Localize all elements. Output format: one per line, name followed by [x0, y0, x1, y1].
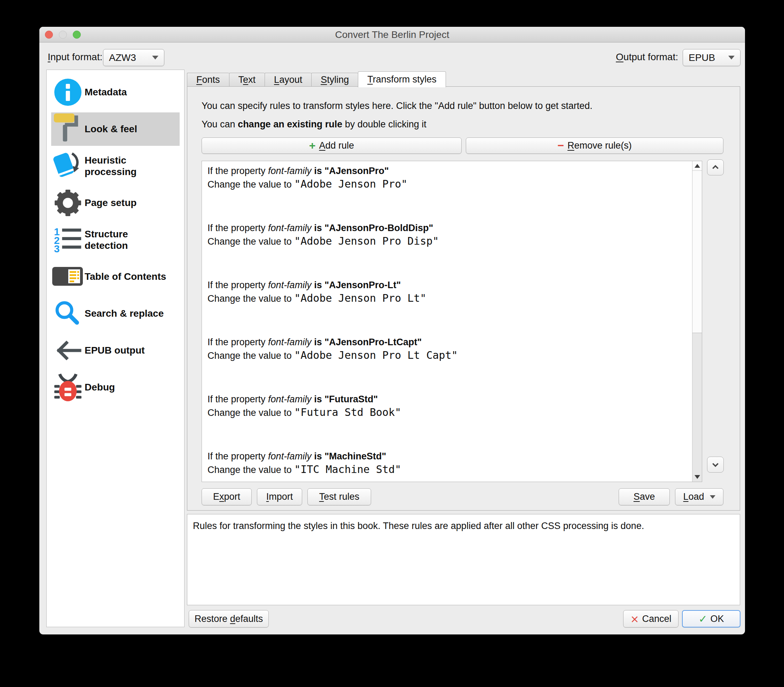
input-format-label: Input format:	[48, 51, 102, 62]
rule-condition: If the property font-family is "AJensonP…	[208, 166, 686, 176]
test-rules-button[interactable]: Test rules	[307, 488, 371, 505]
add-rule-button[interactable]: + Add rule	[202, 138, 462, 154]
sidebar-item-label: Search & replace	[85, 307, 169, 319]
gear-icon	[51, 189, 85, 217]
close-button[interactable]	[45, 31, 53, 39]
input-format-select[interactable]: AZW3	[103, 49, 164, 66]
rule-action: Change the value to "Adobe Jenson Pro Lt…	[208, 292, 686, 304]
rule-item[interactable]: If the property font-family is "FuturaSt…	[202, 390, 702, 447]
sidebar-item-epub-output[interactable]: EPUB output	[51, 334, 180, 367]
rules-scrollbar[interactable]	[692, 161, 702, 482]
convert-dialog-window: Convert The Berlin Project Input format:…	[40, 27, 745, 634]
sidebar-item-metadata[interactable]: Metadata	[51, 76, 180, 109]
sidebar-item-label: Page setup	[85, 197, 169, 209]
rule-action: Change the value to "Adobe Jenson Pro Di…	[208, 235, 686, 247]
svg-text:3: 3	[54, 243, 59, 253]
bug-icon	[51, 372, 85, 403]
sidebar-item-search-replace[interactable]: Search & replace	[51, 297, 180, 330]
sidebar-item-label: Metadata	[85, 86, 169, 98]
tab-text[interactable]: Text	[229, 73, 265, 87]
paint-roller-icon	[51, 113, 85, 145]
chevron-down-icon	[152, 56, 158, 59]
chevron-down-icon	[710, 495, 715, 499]
output-format-label: Output format:	[616, 51, 678, 62]
sidebar-item-page-setup[interactable]: Page setup	[51, 186, 180, 220]
sidebar-item-label: Table of Contents	[85, 271, 169, 282]
instruction-line-1: You can specify rules to transform style…	[202, 100, 593, 111]
tab-styling[interactable]: Styling	[311, 73, 358, 87]
move-rule-down-button[interactable]	[707, 457, 724, 473]
rule-item[interactable]: If the property font-family is "AJensonP…	[202, 332, 702, 390]
rule-action: Change the value to "ITC Machine Std"	[208, 463, 686, 475]
rule-condition: If the property font-family is "FuturaSt…	[208, 394, 686, 405]
plus-icon: +	[309, 139, 316, 152]
triangle-down-icon	[695, 475, 700, 479]
rule-condition: If the property font-family is "AJensonP…	[208, 337, 686, 348]
rule-condition: If the property font-family is "AJensonP…	[208, 223, 686, 233]
rule-item[interactable]: If the property font-family is "AJensonP…	[202, 218, 702, 275]
numbered-list-icon: 123	[51, 226, 85, 253]
x-icon: ×	[630, 613, 639, 625]
scrollbar-thumb[interactable]	[692, 171, 702, 333]
rule-item[interactable]: If the property font-family is "AJensonP…	[202, 161, 702, 218]
sidebar-item-structure-detection[interactable]: 123 Structure detection	[51, 223, 180, 256]
section-description: Rules for transforming the styles in thi…	[187, 514, 740, 605]
tab-transform-styles[interactable]: Transform styles	[358, 71, 446, 87]
sidebar-item-label: Structure detection	[85, 228, 169, 251]
load-button[interactable]: Load	[675, 488, 723, 505]
sidebar-item-heuristic-processing[interactable]: Heuristic processing	[51, 149, 180, 183]
checkmark-icon: ✓	[698, 613, 707, 625]
triangle-up-icon	[695, 164, 700, 168]
rule-item[interactable]: If the property font-family is "AJensonP…	[202, 275, 702, 332]
import-button[interactable]: Import	[257, 488, 302, 505]
rule-action: Change the value to "Futura Std Book"	[208, 406, 686, 418]
titlebar[interactable]: Convert The Berlin Project	[40, 27, 745, 43]
scroll-up-arrow[interactable]	[692, 161, 702, 171]
conversion-sections-sidebar: Metadata Look & feel Heuristic processin…	[46, 70, 184, 627]
rule-item[interactable]: If the property font-family is "MachineS…	[202, 447, 702, 482]
rule-action: Change the value to "Adobe Jenson Pro"	[208, 178, 686, 190]
ok-button[interactable]: ✓ OK	[682, 610, 741, 628]
output-format-select[interactable]: EPUB	[683, 49, 741, 66]
rule-condition: If the property font-family is "AJensonP…	[208, 280, 686, 291]
transform-rules-list[interactable]: If the property font-family is "AJensonP…	[202, 161, 702, 482]
magnifier-icon	[51, 300, 85, 327]
cancel-button[interactable]: × Cancel	[623, 610, 679, 628]
sidebar-item-label: Debug	[85, 381, 169, 393]
sidebar-item-label: Look & feel	[85, 123, 169, 135]
instruction-line-2: You can change an existing rule by doubl…	[202, 119, 427, 130]
toc-icon	[51, 267, 85, 286]
transform-styles-panel: You can specify rules to transform style…	[187, 86, 740, 511]
scroll-down-arrow[interactable]	[692, 472, 702, 482]
sidebar-item-table-of-contents[interactable]: Table of Contents	[51, 260, 180, 293]
book-arrow-icon	[51, 150, 85, 182]
window-title: Convert The Berlin Project	[40, 27, 745, 43]
sidebar-item-look-feel[interactable]: Look & feel	[51, 112, 180, 146]
chevron-down-icon	[711, 460, 720, 469]
chevron-down-icon	[728, 56, 735, 59]
remove-rules-button[interactable]: − Remove rule(s)	[466, 138, 723, 154]
tab-fonts[interactable]: Fonts	[187, 73, 229, 87]
chevron-up-icon	[711, 163, 720, 172]
info-icon	[51, 78, 85, 106]
tab-layout[interactable]: Layout	[265, 73, 311, 87]
zoom-button[interactable]	[73, 31, 81, 39]
rule-action: Change the value to "Adobe Jenson Pro Lt…	[208, 349, 686, 361]
left-arrow-icon	[51, 339, 85, 362]
move-rule-up-button[interactable]	[707, 159, 724, 176]
sidebar-item-debug[interactable]: Debug	[51, 371, 180, 404]
minimize-button[interactable]	[59, 31, 67, 39]
rule-condition: If the property font-family is "MachineS…	[208, 451, 686, 462]
minus-icon: −	[557, 139, 564, 152]
sidebar-item-label: Heuristic processing	[85, 154, 169, 178]
settings-tabbar: Fonts Text Layout Styling Transform styl…	[187, 71, 446, 87]
sidebar-item-label: EPUB output	[85, 345, 169, 356]
restore-defaults-button[interactable]: Restore defaults	[189, 610, 269, 628]
export-button[interactable]: Export	[202, 488, 252, 505]
save-button[interactable]: Save	[619, 488, 670, 505]
